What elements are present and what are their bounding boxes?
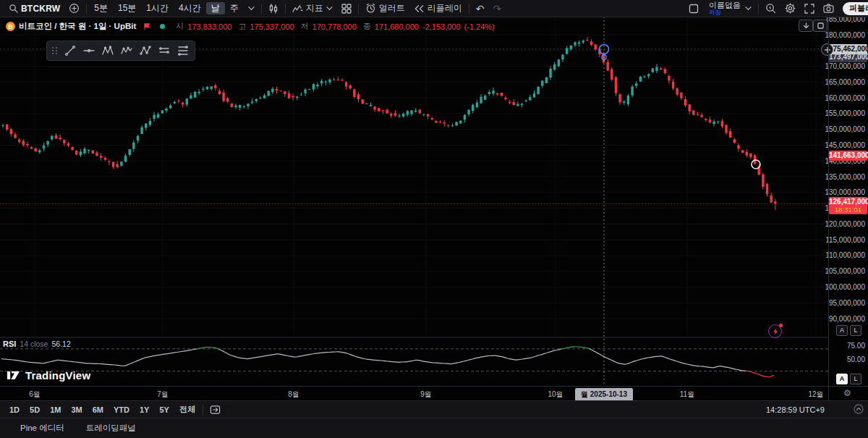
go-to-date-icon (210, 405, 221, 415)
gear-icon (785, 3, 796, 14)
range-button-3M[interactable]: 3M (66, 405, 87, 414)
layout-name-button[interactable]: 이름없음 저장 (703, 1, 756, 17)
toolbar-divider (469, 4, 469, 14)
interval-button-4[interactable]: 날 (206, 2, 225, 14)
search-icon (9, 4, 18, 13)
bottom-range-toolbar: 1D5D1M3M6MYTD1Y5Y전체 14:28:59 UTC+9 (0, 400, 868, 418)
interval-button-0[interactable]: 5분 (89, 2, 113, 14)
boost-icon[interactable] (768, 324, 782, 338)
price-axis-label: 160,000,000 (825, 93, 865, 103)
price-axis-label: 90,000,000 (829, 314, 865, 324)
xabcd-pattern-tool-button[interactable] (99, 43, 116, 59)
interval-dropdown-button[interactable] (244, 1, 259, 17)
short-position-tool-button[interactable] (174, 43, 192, 59)
save-layout-link[interactable]: 저장 (709, 9, 721, 16)
range-button-5Y[interactable]: 5Y (154, 405, 174, 414)
toolbar-divider (358, 4, 359, 14)
go-to-date-button[interactable] (205, 402, 225, 418)
price-axis-label: 110,000,000 (825, 250, 865, 260)
flag-icon[interactable] (144, 23, 150, 30)
crosshair-price-label: 175,462,000 (829, 44, 867, 54)
main-chart[interactable] (0, 17, 828, 386)
market-status-icon[interactable] (160, 24, 165, 29)
clock[interactable]: 14:28:59 UTC+9 (766, 405, 825, 414)
alert-clock-icon (365, 3, 376, 14)
replay-icon (414, 4, 425, 13)
expand-panel-button[interactable] (854, 404, 864, 414)
axis-separator (828, 17, 829, 400)
rsi-value: 56.12 (51, 340, 70, 348)
interval-button-1[interactable]: 15분 (113, 2, 141, 14)
publish-button[interactable]: 퍼블리시 (843, 2, 868, 15)
price-axis-label: 105,000,000 (825, 266, 865, 276)
screenshot-button[interactable] (819, 1, 838, 17)
interval-button-3[interactable]: 4시간 (174, 2, 206, 14)
price-axis-label: 115,000,000 (825, 235, 865, 245)
long-position-tool-button[interactable] (156, 43, 173, 59)
rsi-auto-scale-button[interactable]: A (836, 374, 848, 384)
quick-search-button[interactable] (761, 1, 780, 17)
pane-maximize-button[interactable] (813, 20, 827, 32)
quick-search-icon (765, 3, 776, 14)
trend-line-tool-button[interactable] (61, 43, 79, 59)
chart-style-button[interactable] (264, 1, 283, 17)
crosshair-date-label: 월 2025-10-13 (575, 388, 633, 401)
drag-handle[interactable] (50, 47, 60, 54)
rsi-scale-upper: 75.00 (847, 342, 865, 350)
time-axis-gear-icon[interactable]: ⚙ (843, 388, 851, 398)
range-button-8[interactable]: 전체 (174, 404, 200, 415)
undo-button[interactable]: ↶ (472, 1, 489, 17)
chevron-down-icon (326, 6, 333, 11)
indicators-button[interactable]: 지표 (288, 1, 337, 17)
plus-icon (825, 47, 830, 53)
range-button-1M[interactable]: 1M (45, 405, 66, 414)
replay-label: 리플레이 (427, 2, 462, 14)
indicator-templates-button[interactable] (337, 1, 356, 17)
time-axis[interactable]: 월 2025-10-13 ⚙ 6월7월8월9월10월11월12월 (0, 386, 868, 401)
open-label: 시 (176, 21, 184, 32)
fullscreen-button[interactable] (800, 1, 819, 17)
range-button-6M[interactable]: 6M (88, 405, 109, 414)
settings-button[interactable] (780, 1, 800, 17)
redo-button[interactable]: ↷ (488, 1, 506, 17)
panel-bar-item-0[interactable]: Pine 에디터 (20, 423, 64, 434)
range-button-5D[interactable]: 5D (25, 405, 45, 414)
price-axis-label: 165,000,000 (825, 77, 865, 87)
toolbar-divider (285, 4, 286, 14)
chart-region: TradingView B 비트코인 / 한국 원 · 1일 · UpBit 시… (0, 17, 828, 386)
price-scale[interactable]: 175,462,000 173,497,000 141,663,000 126,… (828, 17, 868, 386)
compare-add-button[interactable] (64, 1, 84, 17)
alert-button[interactable]: 얼러트 (361, 1, 409, 17)
interval-button-5[interactable]: 주 (225, 2, 244, 14)
rsi-title[interactable]: RSI (3, 340, 16, 348)
camera-icon (823, 4, 834, 13)
symbol-title[interactable]: 비트코인 / 한국 원 · 1일 · UpBit (19, 21, 136, 32)
interval-button-2[interactable]: 1시간 (141, 2, 174, 14)
add-alert-plus-icon[interactable] (821, 43, 833, 56)
grid-templates-icon (341, 4, 352, 14)
chevron-up-circle-icon (854, 404, 864, 414)
layout-name-text: 이름없음 (709, 1, 741, 9)
elliott-wave-tool-button[interactable] (118, 43, 135, 59)
range-button-YTD[interactable]: YTD (109, 405, 135, 414)
price-axis-label: 170,000,000 (825, 62, 865, 71)
replay-button[interactable]: 리플레이 (409, 1, 467, 17)
panel-bar-item-1[interactable]: 트레이딩패널 (86, 423, 136, 434)
range-button-1Y[interactable]: 1Y (135, 405, 154, 414)
open-value: 173,833,000 (187, 22, 231, 31)
symbol-search-button[interactable]: BTCKRW (4, 1, 64, 17)
high-label: 고 (238, 21, 246, 32)
layout-select-button[interactable] (684, 1, 703, 17)
range-button-1D[interactable]: 1D (4, 405, 25, 414)
rsi-log-scale-button[interactable]: L (850, 374, 861, 384)
floating-drawing-toolbar (46, 41, 195, 61)
horizontal-line-tool-button[interactable] (80, 43, 98, 59)
pane-move-down-button[interactable] (799, 20, 813, 32)
auto-scale-button[interactable]: A (836, 325, 848, 336)
abcd-pattern-tool-button[interactable] (137, 43, 154, 59)
log-scale-button[interactable]: L (850, 325, 861, 336)
last-price-value: 126,417,000 (829, 198, 867, 206)
top-toolbar: BTCKRW 5분15분1시간4시간날주 지표 (0, 0, 868, 17)
maximize-square-icon (817, 22, 824, 29)
alert-label: 얼러트 (379, 2, 405, 14)
